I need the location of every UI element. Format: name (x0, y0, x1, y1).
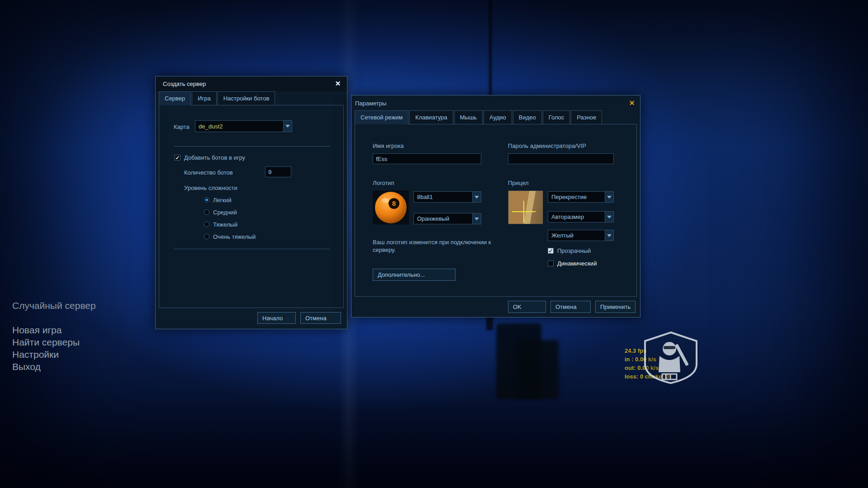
tab-misc[interactable]: Разное (571, 110, 602, 124)
transparent-label: Прозрачный (557, 247, 591, 254)
close-icon[interactable]: ✕ (333, 79, 342, 88)
difficulty-expert-label: Очень тяжелый (213, 233, 256, 240)
create-server-content-frame (159, 105, 344, 308)
menu-item-find-servers[interactable]: Найти серверы (12, 337, 80, 348)
crosshair-color-dropdown[interactable]: Желтый (548, 230, 614, 241)
menu-item-settings[interactable]: Настройки (12, 349, 59, 360)
create-server-dialog: Создать сервер ✕ Сервер Игра Настройки б… (155, 76, 347, 329)
difficulty-easy-label: Легкий (213, 197, 232, 204)
menu-item-new-game[interactable]: Новая игра (12, 325, 62, 336)
cancel-button[interactable]: Отмена (300, 312, 341, 324)
radio-difficulty-expert[interactable] (204, 234, 209, 239)
map-dropdown-value: de_dust2 (195, 123, 283, 130)
chevron-down-icon (607, 216, 612, 218)
logo-label: Логотип (373, 180, 394, 186)
chevron-down-icon (474, 218, 479, 220)
tab-keyboard[interactable]: Клавиатура (409, 110, 453, 124)
difficulty-label: Уровень сложности (184, 185, 237, 191)
logo-color-dropdown[interactable]: Оранжевый (413, 213, 481, 224)
chevron-down-icon (285, 125, 290, 128)
create-server-title: Создать сервер (163, 81, 206, 87)
chevron-down-icon (607, 234, 612, 237)
radio-difficulty-easy[interactable] (204, 197, 209, 203)
tab-voice[interactable]: Голос (543, 110, 570, 124)
dynamic-checkbox[interactable] (548, 261, 554, 266)
player-name-label: Имя игрока (373, 142, 404, 149)
bot-count-input[interactable] (265, 166, 291, 177)
tab-video[interactable]: Видео (513, 110, 542, 124)
logo-dropdown-button[interactable] (472, 192, 481, 202)
bot-count-label: Количество ботов (184, 169, 233, 176)
divider (174, 249, 330, 249)
options-dialog: Параметры ✕ Сетевой режим Клавиатура Мыш… (351, 95, 640, 317)
menu-item-exit[interactable]: Выход (12, 361, 41, 372)
8ball-image: 8 (373, 190, 409, 224)
logo-preview: 8 (373, 190, 409, 224)
advanced-button[interactable]: Дополнительно... (373, 269, 455, 281)
tab-mouse[interactable]: Мышь (454, 110, 483, 124)
chevron-down-icon (607, 196, 612, 199)
crosshair-color-button[interactable] (605, 230, 613, 241)
crosshair-type-button[interactable] (605, 192, 613, 202)
radio-difficulty-hard[interactable] (204, 222, 209, 227)
ok-button[interactable]: OK (508, 301, 546, 313)
add-bots-checkbox[interactable]: ✓ (175, 155, 180, 161)
crosshair-size-button[interactable] (605, 212, 613, 222)
game-screen: Случайный сервер Новая игра Найти сервер… (0, 0, 868, 488)
logo-color-dropdown-value: Оранжевый (414, 215, 472, 222)
dynamic-label: Динамический (557, 260, 597, 267)
chevron-down-icon (474, 196, 479, 199)
crosshair-size-dropdown[interactable]: Авторазмер (548, 211, 614, 223)
map-label: Карта (174, 123, 190, 130)
difficulty-hard-label: Тяжелый (213, 221, 237, 228)
radio-difficulty-medium[interactable] (204, 209, 209, 215)
check-icon: ✓ (175, 155, 180, 161)
radio-dot-icon (205, 199, 208, 201)
menu-item-random-server[interactable]: Случайный сервер (12, 300, 96, 311)
8ball-digit: 8 (392, 199, 396, 207)
transparent-checkbox[interactable]: ✓ (548, 248, 554, 254)
crosshair-preview (508, 190, 543, 224)
admin-password-label: Пароль администратора/VIP (508, 142, 586, 149)
divider (174, 146, 330, 147)
logo-dropdown[interactable]: 8ball1 (413, 191, 481, 203)
check-icon: ✓ (548, 248, 553, 254)
logo-note: Ваш логотип изменится при подключении к … (373, 238, 494, 254)
crosshair-vertical-line (523, 201, 524, 223)
apply-button[interactable]: Применить (595, 301, 636, 313)
options-tabs: Сетевой режим Клавиатура Мышь Аудио Виде… (355, 110, 602, 124)
add-bots-label: Добавить ботов в игру (184, 154, 245, 161)
start-button[interactable]: Начало (257, 312, 296, 324)
player-name-input[interactable] (373, 153, 481, 164)
logo-color-dropdown-button[interactable] (472, 213, 481, 224)
crosshair-type-value: Перекрестие (548, 194, 605, 200)
admin-password-input[interactable] (508, 153, 614, 164)
options-cancel-button[interactable]: Отмена (550, 301, 591, 313)
crosshair-type-dropdown[interactable]: Перекрестие (548, 191, 614, 203)
tab-network-mode[interactable]: Сетевой режим (355, 110, 408, 124)
map-dropdown[interactable]: de_dust2 (195, 120, 292, 132)
options-title: Параметры (355, 100, 386, 107)
cs-emblem-logo (642, 331, 699, 385)
map-dropdown-button[interactable] (283, 121, 292, 132)
rifle-stock (516, 340, 559, 399)
crosshair-size-value: Авторазмер (548, 213, 605, 220)
close-icon[interactable]: ✕ (627, 99, 636, 108)
tab-bot-settings[interactable]: Настройки ботов (218, 91, 275, 105)
logo-dropdown-value: 8ball1 (414, 194, 472, 200)
tab-audio[interactable]: Аудио (484, 110, 512, 124)
create-server-tabs: Сервер Игра Настройки ботов (159, 91, 275, 105)
crosshair-label: Прицел (508, 180, 529, 186)
difficulty-medium-label: Средний (213, 209, 237, 216)
tab-game[interactable]: Игра (192, 91, 217, 105)
tab-server[interactable]: Сервер (159, 91, 191, 105)
crosshair-color-value: Желтый (548, 232, 605, 239)
